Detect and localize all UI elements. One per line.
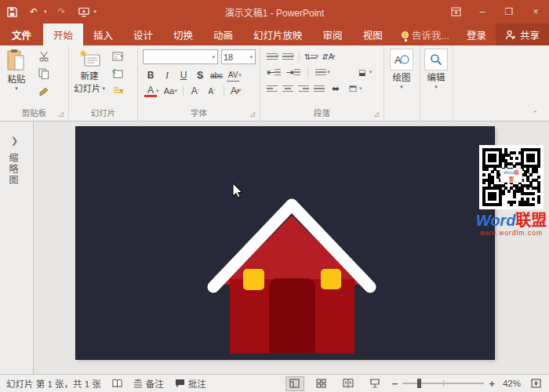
new-slide-caret-icon: ▾ [103, 85, 106, 92]
tab-review[interactable]: 审阅 [313, 24, 353, 45]
zoom-track[interactable] [402, 383, 484, 384]
drawing-icon: A [390, 49, 413, 71]
editing-label: 编辑 [427, 71, 445, 83]
expand-thumbnails-icon[interactable]: ❯ [11, 136, 18, 146]
smartart-caret-icon[interactable]: ▾ [359, 85, 362, 92]
tell-me-box[interactable]: 告诉我... [394, 27, 457, 42]
notes-toggle[interactable]: 备注 [133, 377, 164, 390]
tab-view[interactable]: 视图 [353, 24, 393, 45]
collapse-ribbon-icon[interactable]: ⌃ [532, 110, 538, 118]
text-direction-caret-icon[interactable]: ▾ [333, 53, 336, 60]
format-painter-icon[interactable] [36, 85, 52, 97]
character-spacing-button[interactable]: AV [227, 69, 239, 82]
italic-button[interactable]: I [161, 69, 173, 82]
font-size-caret-icon[interactable]: ▾ [249, 54, 253, 60]
clipboard-dialog-launcher-icon[interactable]: ◿ [59, 111, 67, 118]
tab-animations[interactable]: 动画 [203, 24, 243, 45]
paragraph-dialog-launcher-icon[interactable]: ◿ [374, 111, 382, 118]
new-slide-button[interactable]: 新建 幻灯片 ▾ [74, 49, 105, 94]
smartart-convert-icon[interactable]: 🗔 [347, 82, 359, 95]
font-color-caret-icon[interactable]: ▾ [156, 88, 159, 94]
save-icon[interactable] [5, 5, 19, 19]
view-normal-button[interactable] [285, 376, 304, 391]
proofing-icon[interactable] [112, 379, 122, 389]
ribbon-display-options-icon[interactable] [442, 0, 469, 24]
spacing-caret-icon[interactable]: ▾ [238, 72, 242, 78]
slide-canvas[interactable] [76, 127, 494, 359]
line-spacing-caret-icon[interactable]: ▾ [315, 53, 318, 60]
view-slideshow-button[interactable] [365, 376, 384, 391]
font-name-combobox[interactable]: ▾ [143, 49, 218, 64]
underline-button[interactable]: U [177, 69, 190, 82]
zoom-in-button[interactable]: + [489, 378, 495, 390]
qr-code: Word联盟 [479, 145, 544, 209]
change-case-caret-icon[interactable]: ▾ [175, 88, 178, 94]
slide-counter: 幻灯片 第 1 张，共 1 张 [6, 377, 101, 390]
align-left-icon[interactable] [267, 84, 278, 94]
strikethrough-button[interactable]: abc [210, 69, 223, 82]
close-button[interactable]: × [522, 0, 549, 24]
copy-icon[interactable] [36, 67, 52, 80]
justify-icon[interactable] [314, 84, 325, 94]
shrink-font-button[interactable]: Aˇ [205, 85, 218, 97]
tab-home[interactable]: 开始 [43, 24, 83, 45]
align-text-icon[interactable]: ⬓ [356, 66, 369, 78]
drawing-button[interactable]: A 绘图 ▾ [390, 49, 413, 90]
cut-icon[interactable] [36, 50, 52, 63]
comments-toggle[interactable]: 批注 [175, 377, 206, 390]
tab-design[interactable]: 设计 [123, 24, 163, 45]
clear-formatting-button[interactable]: A◤ [230, 85, 242, 97]
editing-button[interactable]: 编辑 ▾ [424, 49, 448, 90]
share-button[interactable]: 共享 [496, 24, 549, 45]
tab-file[interactable]: 文件 [0, 24, 43, 45]
increase-indent-icon[interactable]: ⇥ [286, 66, 300, 78]
zoom-handle[interactable] [417, 379, 421, 388]
bullets-caret-icon[interactable]: ▾ [276, 53, 279, 60]
paste-button[interactable]: 粘贴 ▾ [6, 49, 27, 92]
house-drawing [76, 127, 494, 359]
fit-slide-to-window-button[interactable] [529, 376, 543, 391]
slide-layout-icon[interactable]: ▾ [110, 50, 125, 63]
grow-font-button[interactable]: Aˆ [189, 85, 202, 97]
view-slide-sorter-button[interactable] [312, 376, 331, 391]
house-door[interactable] [269, 278, 315, 354]
font-name-caret-icon[interactable]: ▾ [212, 54, 216, 60]
align-center-icon[interactable] [282, 84, 293, 94]
tell-me-label: 告诉我... [412, 27, 449, 42]
titlebar: ↶▾ ↷ ▾ 演示文稿1 - PowerPoint – ❐ × [0, 0, 549, 24]
new-slide-label-line1: 新建 [81, 69, 99, 82]
house-window-right[interactable] [321, 269, 341, 289]
tab-insert[interactable]: 插入 [83, 24, 123, 45]
house-window-left[interactable] [243, 269, 264, 290]
view-reading-button[interactable] [339, 376, 358, 391]
columns-icon[interactable] [315, 67, 326, 78]
qat-customize-caret-icon[interactable]: ▾ [94, 9, 97, 15]
start-slideshow-icon[interactable] [77, 5, 91, 19]
zoom-out-button[interactable]: − [392, 378, 398, 390]
undo-caret-icon[interactable]: ▾ [44, 9, 47, 15]
tab-transitions[interactable]: 切换 [163, 24, 203, 45]
text-shadow-button[interactable]: S [194, 69, 206, 82]
font-size-combobox[interactable]: 18 ▾ [221, 49, 256, 64]
undo-icon[interactable]: ↶ [27, 5, 41, 19]
qr-center-logo: Word联盟 [500, 169, 522, 183]
bold-button[interactable]: B [144, 69, 157, 82]
maximize-button[interactable]: ❐ [496, 0, 522, 24]
thumbnail-panel-collapsed[interactable]: ❯ 缩略图 [0, 122, 34, 374]
notes-icon [133, 379, 143, 388]
minimize-button[interactable]: – [469, 0, 496, 24]
zoom-percent[interactable]: 42% [503, 379, 521, 388]
reset-slide-icon[interactable] [110, 67, 125, 80]
change-case-button[interactable]: Aa [163, 85, 176, 97]
numbering-caret-icon[interactable]: ▾ [292, 53, 295, 60]
columns-caret-icon[interactable]: ▾ [327, 69, 330, 75]
distribute-icon[interactable]: ⬌ [329, 82, 342, 95]
font-color-button[interactable]: A [144, 85, 157, 97]
align-right-icon[interactable] [298, 84, 309, 94]
align-text-caret-icon[interactable]: ▾ [369, 69, 373, 75]
sign-in-button[interactable]: 登录 [457, 27, 496, 42]
font-dialog-launcher-icon[interactable]: ◿ [250, 111, 258, 118]
section-icon[interactable]: ▾ [110, 85, 125, 97]
tab-slideshow[interactable]: 幻灯片放映 [243, 24, 313, 45]
decrease-indent-icon[interactable]: ⇤ [267, 66, 281, 78]
